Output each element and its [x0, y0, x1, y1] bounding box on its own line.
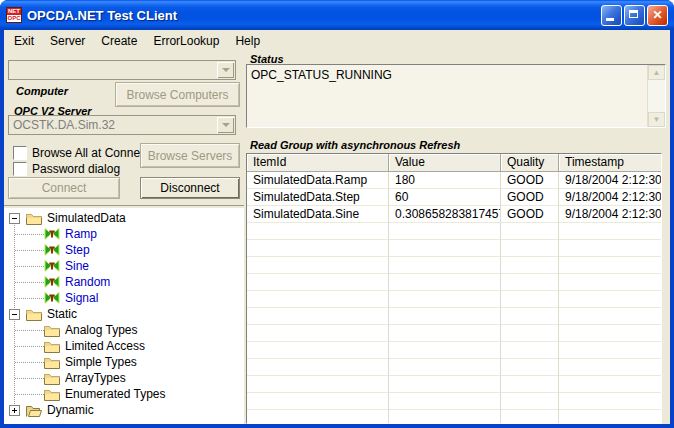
- folder-closed-icon: [44, 324, 60, 337]
- table-cell: [501, 223, 559, 240]
- menu-server[interactable]: Server: [42, 31, 93, 51]
- app-icon: NETOPC: [6, 7, 22, 23]
- folder-open-icon: [26, 404, 42, 417]
- column-header-timestamp[interactable]: Timestamp: [559, 154, 662, 172]
- table-row[interactable]: [247, 376, 661, 393]
- tree-node-label: Analog Types: [65, 323, 138, 337]
- table-cell: [247, 291, 389, 308]
- table-cell: [247, 257, 389, 274]
- tree-node-simulateddata[interactable]: SimulatedData: [4, 210, 244, 226]
- tree-node-limited-access[interactable]: Limited Access: [4, 338, 244, 354]
- tree-node-label: Random: [65, 275, 110, 289]
- tree-node-analog-types[interactable]: Analog Types: [4, 322, 244, 338]
- scroll-down-icon[interactable]: ▼: [648, 112, 665, 127]
- table-cell: [501, 325, 559, 342]
- tree-node-step[interactable]: Step: [4, 242, 244, 258]
- menu-help[interactable]: Help: [227, 31, 268, 51]
- tree-node-static[interactable]: Static: [4, 306, 244, 322]
- browse-all-at-connect-label: Browse All at Connect: [32, 147, 149, 160]
- table-row[interactable]: [247, 274, 661, 291]
- browse-all-at-connect-checkbox[interactable]: [13, 146, 27, 160]
- column-header-itemid[interactable]: ItemId: [247, 154, 389, 172]
- connect-button[interactable]: Connect: [8, 177, 120, 199]
- table-cell: [389, 240, 501, 257]
- table-cell: [559, 410, 661, 423]
- table-cell: [501, 308, 559, 325]
- table-cell: [389, 359, 501, 376]
- browse-computers-button[interactable]: Browse Computers: [115, 82, 240, 107]
- tree-node-simple-types[interactable]: Simple Types: [4, 354, 244, 370]
- password-dialog-checkbox[interactable]: [13, 162, 27, 176]
- tree-node-label: ArrayTypes: [65, 371, 126, 385]
- close-button[interactable]: [647, 5, 668, 26]
- scroll-up-icon[interactable]: ▲: [648, 65, 665, 80]
- column-header-quality[interactable]: Quality: [501, 154, 559, 172]
- menu-errorlookup[interactable]: ErrorLookup: [145, 31, 227, 51]
- table-cell: [389, 393, 501, 410]
- computer-combobox[interactable]: [8, 60, 236, 80]
- table-row[interactable]: [247, 257, 661, 274]
- table-cell: [389, 274, 501, 291]
- table-cell: 0.308658283817457: [389, 206, 501, 223]
- table-cell: [247, 410, 389, 423]
- table-cell: [247, 308, 389, 325]
- table-row[interactable]: [247, 291, 661, 308]
- tree-node-label: Simple Types: [65, 355, 137, 369]
- table-row[interactable]: [247, 410, 661, 423]
- chevron-down-icon[interactable]: [217, 117, 234, 133]
- table-cell: [559, 359, 661, 376]
- table-row[interactable]: SimulatedData.Ramp180GOOD9/18/2004 2:12:…: [247, 172, 661, 189]
- table-cell: [501, 342, 559, 359]
- tree-node-enumerated-types[interactable]: Enumerated Types: [4, 386, 244, 402]
- status-scrollbar[interactable]: ▲ ▼: [647, 65, 665, 127]
- browse-servers-button[interactable]: Browse Servers: [140, 143, 240, 168]
- table-row[interactable]: [247, 308, 661, 325]
- menu-create[interactable]: Create: [93, 31, 145, 51]
- column-header-value[interactable]: Value: [389, 154, 501, 172]
- table-cell: SimulatedData.Sine: [247, 206, 389, 223]
- tree-node-label: Dynamic: [47, 403, 94, 417]
- table-cell: [389, 257, 501, 274]
- server-tree[interactable]: SimulatedDataRampStepSineRandomSignalSta…: [4, 208, 244, 424]
- opc-server-combobox[interactable]: OCSTK.DA.Sim.32: [8, 115, 236, 135]
- table-cell: [247, 274, 389, 291]
- table-row[interactable]: SimulatedData.Sine0.308658283817457GOOD9…: [247, 206, 661, 223]
- table-cell: [559, 342, 661, 359]
- collapse-icon[interactable]: [9, 213, 20, 224]
- table-row[interactable]: [247, 342, 661, 359]
- tree-node-random[interactable]: Random: [4, 274, 244, 290]
- tree-node-signal[interactable]: Signal: [4, 290, 244, 306]
- tree-node-label: SimulatedData: [47, 211, 126, 225]
- table-cell: [247, 393, 389, 410]
- table-row[interactable]: [247, 223, 661, 240]
- expand-icon[interactable]: [9, 405, 20, 416]
- disconnect-button[interactable]: Disconnect: [140, 177, 240, 199]
- tree-node-ramp[interactable]: Ramp: [4, 226, 244, 242]
- tree-node-label: Limited Access: [65, 339, 145, 353]
- tree-node-dynamic[interactable]: Dynamic: [4, 402, 244, 418]
- maximize-button[interactable]: [624, 5, 645, 26]
- collapse-icon[interactable]: [9, 309, 20, 320]
- browse-all-at-connect-row: Browse All at Connect: [13, 146, 149, 160]
- table-cell: [389, 410, 501, 423]
- menu-exit[interactable]: Exit: [6, 31, 42, 51]
- grid-header: ItemIdValueQualityTimestamp: [247, 154, 661, 172]
- tree-node-sine[interactable]: Sine: [4, 258, 244, 274]
- table-cell: [559, 376, 661, 393]
- table-cell: [247, 376, 389, 393]
- table-cell: SimulatedData.Step: [247, 189, 389, 206]
- table-cell: [559, 240, 661, 257]
- tree-node-label: Static: [47, 307, 77, 321]
- table-row[interactable]: [247, 393, 661, 410]
- table-cell: [389, 342, 501, 359]
- table-row[interactable]: [247, 325, 661, 342]
- items-grid[interactable]: ItemIdValueQualityTimestamp SimulatedDat…: [246, 153, 662, 424]
- tree-node-label: Sine: [65, 259, 89, 273]
- table-row[interactable]: SimulatedData.Step60GOOD9/18/2004 2:12:3…: [247, 189, 661, 206]
- table-cell: [559, 257, 661, 274]
- table-row[interactable]: [247, 359, 661, 376]
- table-row[interactable]: [247, 240, 661, 257]
- chevron-down-icon[interactable]: [217, 62, 234, 78]
- tree-node-arraytypes[interactable]: ArrayTypes: [4, 370, 244, 386]
- minimize-button[interactable]: [601, 5, 622, 26]
